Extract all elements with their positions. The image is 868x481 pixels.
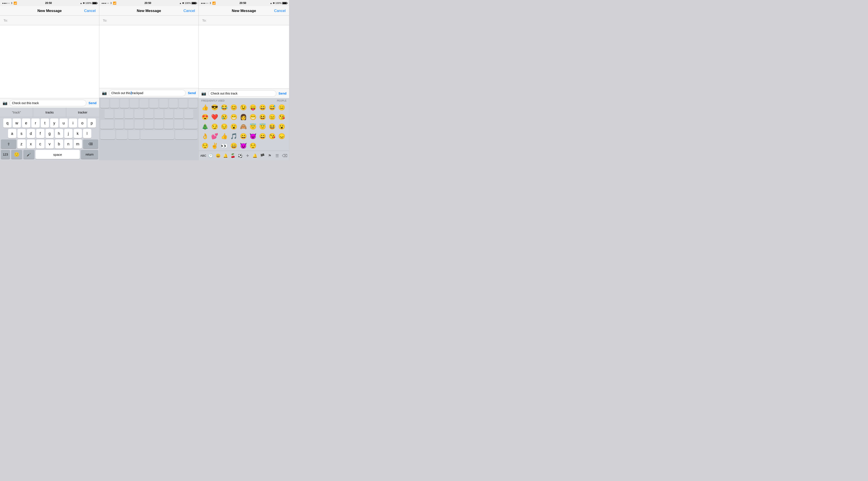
- emoji-heart[interactable]: ❤️: [210, 113, 219, 122]
- cancel-button-2[interactable]: Cancel: [183, 9, 195, 13]
- emoji-tree[interactable]: 🎄: [200, 122, 210, 131]
- emoji-nav-symbols[interactable]: 🏴: [258, 152, 266, 160]
- key-p[interactable]: p: [88, 119, 96, 128]
- emoji-nav-activity[interactable]: ⚽: [237, 152, 244, 160]
- emoji-laugh2[interactable]: 😆: [258, 113, 267, 122]
- key-o[interactable]: o: [78, 119, 87, 128]
- emoji-grin[interactable]: 😄: [258, 103, 267, 112]
- key-r[interactable]: r: [31, 119, 40, 128]
- emoji-nav-food[interactable]: 🍒: [229, 152, 237, 160]
- key-delete[interactable]: ⌫: [83, 139, 98, 149]
- emoji-kiss2[interactable]: 😘: [268, 132, 277, 141]
- key-shift[interactable]: ⇧: [1, 139, 16, 149]
- emoji-woman[interactable]: 👩: [239, 113, 248, 122]
- key-u[interactable]: u: [60, 119, 68, 128]
- message-input-2[interactable]: Check out this trackpad: [109, 90, 186, 96]
- key-h[interactable]: h: [55, 129, 63, 138]
- key-s[interactable]: s: [18, 129, 26, 138]
- emoji-nav-bell[interactable]: 🔔: [222, 152, 229, 160]
- to-field-1[interactable]: To:: [0, 16, 99, 25]
- key-c[interactable]: c: [36, 139, 44, 149]
- emoji-laugh-cry[interactable]: 😂: [220, 103, 229, 112]
- key-m[interactable]: m: [74, 139, 82, 149]
- emoji-grinbig[interactable]: 😄: [229, 141, 238, 150]
- key-l[interactable]: l: [83, 129, 91, 138]
- emoji-heart-eyes[interactable]: 😍: [200, 113, 210, 122]
- emoji-xd[interactable]: 😆: [268, 122, 277, 131]
- message-input-3[interactable]: Check out this track: [208, 90, 276, 97]
- emoji-wink[interactable]: 😉: [239, 103, 248, 112]
- emoji-thumbsup[interactable]: 👍: [200, 103, 210, 112]
- emoji-grin2[interactable]: 😁: [229, 113, 238, 122]
- emoji-nav-recent[interactable]: 🕐: [207, 152, 214, 160]
- emoji-music[interactable]: 🎵: [229, 132, 238, 141]
- emoji-grin3[interactable]: 😁: [248, 113, 257, 122]
- trackpad-keyboard[interactable]: [99, 98, 198, 160]
- key-i[interactable]: i: [69, 119, 77, 128]
- key-t[interactable]: t: [41, 119, 49, 128]
- emoji-happy[interactable]: 😄: [239, 132, 248, 141]
- emoji-nav-more[interactable]: ☰: [273, 152, 281, 160]
- key-mic[interactable]: 🎤: [23, 150, 34, 159]
- send-button-1[interactable]: Send: [88, 101, 97, 105]
- autocorrect-item-2[interactable]: tracks: [33, 107, 66, 117]
- emoji-nav-objects[interactable]: 🔔: [251, 152, 258, 160]
- key-return[interactable]: return: [81, 150, 98, 159]
- cancel-button-3[interactable]: Cancel: [274, 9, 286, 13]
- key-w[interactable]: w: [13, 119, 21, 128]
- key-n[interactable]: n: [64, 139, 72, 149]
- emoji-innocent[interactable]: 😇: [258, 122, 267, 131]
- emoji-nav-abc[interactable]: ABC: [199, 152, 207, 160]
- emoji-monkey[interactable]: 🙈: [239, 122, 248, 131]
- emoji-sunglasses[interactable]: 😎: [210, 103, 219, 112]
- emoji-nav-delete[interactable]: ⌫: [281, 152, 288, 160]
- camera-button-1[interactable]: 📷: [2, 100, 8, 106]
- emoji-smirk[interactable]: 😏: [210, 122, 219, 131]
- emoji-angel[interactable]: 😇: [248, 122, 257, 131]
- message-input-1[interactable]: Check out this track: [9, 100, 86, 106]
- key-f[interactable]: f: [36, 129, 44, 138]
- key-y[interactable]: y: [50, 119, 58, 128]
- emoji-blank[interactable]: 😑: [268, 113, 277, 122]
- emoji-nav-people[interactable]: 😀: [214, 152, 222, 160]
- send-button-3[interactable]: Send: [278, 92, 287, 95]
- emoji-hearts[interactable]: 💕: [210, 132, 219, 141]
- key-d[interactable]: d: [27, 129, 35, 138]
- emoji-smile2[interactable]: 😄: [258, 132, 267, 141]
- cancel-button-1[interactable]: Cancel: [84, 9, 96, 13]
- autocorrect-item-3[interactable]: tracker: [66, 107, 99, 117]
- key-v[interactable]: v: [45, 139, 54, 149]
- to-field-2[interactable]: To:: [99, 16, 198, 25]
- key-x[interactable]: x: [27, 139, 35, 149]
- key-space[interactable]: space: [35, 150, 80, 159]
- key-a[interactable]: a: [8, 129, 16, 138]
- key-b[interactable]: b: [55, 139, 63, 149]
- camera-button-2[interactable]: 📷: [101, 90, 107, 96]
- key-g[interactable]: g: [45, 129, 54, 138]
- key-q[interactable]: q: [3, 119, 11, 128]
- emoji-surprised[interactable]: 😮: [229, 122, 238, 131]
- emoji-smile[interactable]: 😊: [229, 103, 238, 112]
- emoji-eyes[interactable]: 👀: [220, 141, 229, 150]
- emoji-smile3[interactable]: 😌: [248, 141, 257, 150]
- emoji-thumbs2[interactable]: 👍: [220, 132, 229, 141]
- key-e[interactable]: e: [22, 119, 30, 128]
- emoji-peace[interactable]: ✌️: [210, 141, 219, 150]
- emoji-nav-travel[interactable]: ✈: [244, 152, 251, 160]
- emoji-gasp[interactable]: 😮: [277, 122, 286, 131]
- emoji-tongue[interactable]: 😛: [248, 103, 257, 112]
- key-123[interactable]: 123: [1, 150, 10, 159]
- key-emoji[interactable]: 🙂: [11, 150, 22, 159]
- emoji-uneasy[interactable]: 😑: [277, 103, 286, 112]
- key-z[interactable]: z: [18, 139, 26, 149]
- key-j[interactable]: j: [64, 129, 72, 138]
- camera-button-3[interactable]: 📷: [200, 90, 207, 97]
- send-button-2[interactable]: Send: [187, 91, 197, 95]
- emoji-sad[interactable]: 😔: [220, 122, 229, 131]
- emoji-sad2[interactable]: 😞: [277, 132, 286, 141]
- to-field-3[interactable]: To:: [199, 16, 289, 25]
- emoji-kiss[interactable]: 😘: [277, 113, 286, 122]
- emoji-nav-flags[interactable]: ⚑: [266, 152, 273, 160]
- emoji-imp[interactable]: 😈: [239, 141, 248, 150]
- emoji-cry[interactable]: 😢: [220, 113, 229, 122]
